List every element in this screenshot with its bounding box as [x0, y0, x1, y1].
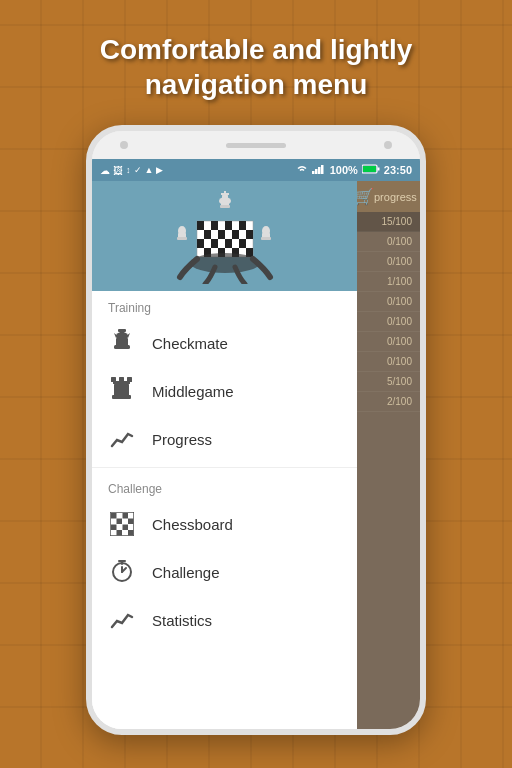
middlegame-icon [108, 377, 136, 405]
progress-item: 1/100 [348, 272, 420, 292]
triangle-icon: ▲ [145, 165, 154, 175]
chessboard-label: Chessboard [152, 516, 233, 533]
middlegame-label: Middlegame [152, 383, 234, 400]
status-icons-left: ☁ 🖼 ↕ ✓ ▲ ▶ [100, 165, 163, 176]
menu-item-progress[interactable]: Progress [92, 415, 357, 463]
progress-item: 0/100 [348, 312, 420, 332]
statistics-icon [108, 606, 136, 634]
progress-list: 15/100 0/100 0/100 1/100 0/100 0/100 0/1… [348, 212, 420, 412]
svg-rect-30 [220, 205, 230, 208]
check-icon: ✓ [134, 165, 142, 175]
drawer-header [92, 181, 357, 291]
phone-top-bar [92, 131, 420, 159]
status-bar: ☁ 🖼 ↕ ✓ ▲ ▶ [92, 159, 420, 181]
chess-logo [160, 189, 290, 284]
progress-item: 0/100 [348, 332, 420, 352]
svg-rect-9 [197, 221, 204, 230]
time: 23:50 [384, 164, 412, 176]
signal-bars [312, 164, 326, 176]
header-title: Comfortable and lightly navigation menu [20, 14, 492, 112]
svg-rect-27 [221, 193, 229, 195]
svg-rect-17 [197, 239, 204, 248]
checkmate-label: Checkmate [152, 335, 228, 352]
svg-rect-58 [123, 525, 129, 531]
svg-rect-11 [225, 221, 232, 230]
svg-rect-15 [232, 230, 239, 239]
training-section-label: Training [92, 291, 357, 319]
svg-rect-55 [117, 519, 123, 525]
phone-camera-right [384, 141, 392, 149]
cloud-icon: ☁ [100, 165, 110, 176]
svg-rect-18 [211, 239, 218, 248]
svg-rect-3 [321, 165, 324, 174]
menu-item-challenge[interactable]: Challenge [92, 548, 357, 596]
image-icon: 🖼 [113, 165, 123, 176]
status-right: 100% 23:50 [296, 164, 412, 176]
progress-item: 0/100 [348, 352, 420, 372]
app-header: Comfortable and lightly navigation menu [0, 0, 512, 120]
divider [92, 467, 357, 468]
progress-item: 0/100 [348, 232, 420, 252]
menu-item-chessboard[interactable]: Chessboard [92, 500, 357, 548]
svg-rect-20 [239, 239, 246, 248]
svg-rect-2 [318, 167, 321, 174]
chessboard-icon [108, 510, 136, 538]
phone-camera-left [120, 141, 128, 149]
phone-speaker [226, 143, 286, 148]
statistics-label: Statistics [152, 612, 212, 629]
svg-rect-56 [128, 519, 134, 525]
battery-icon [362, 164, 380, 176]
progress-item: 0/100 [348, 252, 420, 272]
arrow-icon: ↕ [126, 165, 131, 175]
progress-item: 15/100 [348, 212, 420, 232]
svg-rect-16 [246, 230, 253, 239]
menu-item-statistics[interactable]: Statistics [92, 596, 357, 644]
svg-rect-53 [111, 513, 117, 519]
battery-percent: 100% [330, 164, 358, 176]
svg-rect-49 [113, 381, 130, 384]
svg-rect-42 [114, 345, 130, 349]
svg-rect-13 [204, 230, 211, 239]
svg-rect-33 [177, 237, 187, 240]
svg-rect-59 [117, 530, 123, 536]
phone-device: ☁ 🖼 ↕ ✓ ▲ ▶ [86, 125, 426, 735]
play-icon: ▶ [156, 165, 163, 175]
right-panel: 🛒 progress 15/100 0/100 0/100 1/100 0/10… [348, 181, 420, 729]
progress-label: progress [374, 191, 417, 203]
cart-icon[interactable]: 🛒 [354, 187, 374, 206]
progress-item: 2/100 [348, 392, 420, 412]
progress-label-text: Progress [152, 431, 212, 448]
challenge-label: Challenge [152, 564, 220, 581]
svg-rect-19 [225, 239, 232, 248]
svg-point-37 [190, 253, 260, 273]
svg-rect-60 [128, 530, 134, 536]
checkmate-icon [108, 329, 136, 357]
challenge-section-label: Challenge [92, 472, 357, 500]
svg-rect-12 [239, 221, 246, 230]
svg-rect-5 [377, 168, 379, 171]
progress-item: 0/100 [348, 292, 420, 312]
wifi-icon [296, 164, 308, 176]
progress-item: 5/100 [348, 372, 420, 392]
svg-rect-0 [312, 171, 315, 174]
svg-rect-36 [261, 237, 271, 240]
svg-rect-51 [112, 395, 131, 399]
svg-rect-14 [218, 230, 225, 239]
svg-rect-54 [123, 513, 129, 519]
phone-screen: 🛒 progress 15/100 0/100 0/100 1/100 0/10… [92, 181, 420, 729]
svg-rect-10 [211, 221, 218, 230]
svg-rect-1 [315, 169, 318, 174]
menu-item-middlegame[interactable]: Middlegame [92, 367, 357, 415]
right-panel-header: 🛒 progress [348, 181, 420, 212]
nav-drawer: Training [92, 181, 357, 729]
progress-chart-icon [108, 425, 136, 453]
svg-rect-6 [363, 166, 376, 172]
menu-item-checkmate[interactable]: Checkmate [92, 319, 357, 367]
svg-rect-57 [111, 525, 117, 531]
challenge-icon [108, 558, 136, 586]
